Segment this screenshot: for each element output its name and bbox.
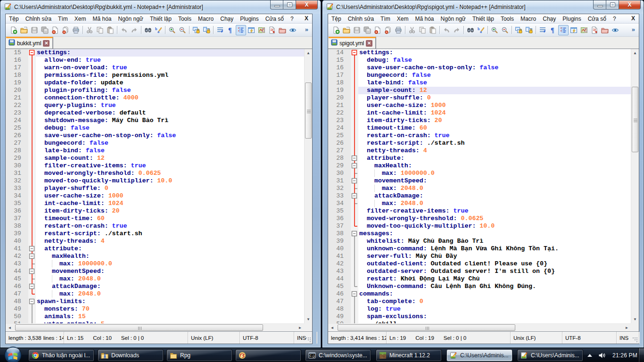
scroll-up-arrow[interactable]: ▲ xyxy=(305,49,312,57)
fold-margin[interactable] xyxy=(351,49,358,323)
menu-close-button[interactable]: X xyxy=(303,14,310,24)
menu-item-12[interactable]: ? xyxy=(610,14,619,24)
toolbar-word-wrap-button[interactable] xyxy=(537,25,548,35)
scroll-up-arrow[interactable]: ▲ xyxy=(631,49,639,57)
editor-line[interactable]: max: 2048.0 xyxy=(358,200,631,207)
vertical-scroll-thumb[interactable] xyxy=(632,87,638,152)
menu-item-0[interactable]: Tệp xyxy=(328,14,345,24)
editor-line[interactable]: moved-wrongly-threshold: 0.0625 xyxy=(36,170,304,177)
editor-line[interactable]: moved-too-quickly-multiplier: 10.0 xyxy=(358,222,631,230)
editor-line[interactable]: maxHealth: xyxy=(358,162,631,170)
editor-line[interactable]: moved-wrongly-threshold: 0.0625 xyxy=(358,215,631,222)
editor-line[interactable]: outdated-client: Outdated client! Please… xyxy=(358,260,631,268)
toolbar-redo-button[interactable] xyxy=(452,25,462,35)
editor-line[interactable]: tab-complete: 0 xyxy=(358,298,631,305)
resize-grip[interactable] xyxy=(632,337,638,343)
toolbar-copy-button[interactable] xyxy=(417,25,428,35)
editor-line[interactable]: item-dirty-ticks: 20 xyxy=(36,207,304,215)
editor-line[interactable]: netty-threads: 4 xyxy=(358,147,631,155)
text-area[interactable]: settings: debug: false save-user-cache-o… xyxy=(358,49,631,323)
taskbar-button-downloads[interactable]: Downloads xyxy=(98,349,164,362)
toolbar-close-all-docs-button[interactable] xyxy=(60,25,71,35)
menu-item-8[interactable]: Macro xyxy=(517,14,539,24)
toolbar-new-file-button[interactable] xyxy=(8,25,19,35)
taskbar-button-rpg[interactable]: Rpg xyxy=(166,349,232,362)
editor-line[interactable]: commands: xyxy=(358,290,631,298)
editor-line[interactable]: server-full: Máy Chủ Đầy xyxy=(358,253,631,260)
toolbar-overflow-chevron[interactable]: » xyxy=(632,26,635,33)
menu-item-2[interactable]: Tìm xyxy=(55,14,71,24)
toolbar-user-dialog-button[interactable] xyxy=(569,25,579,35)
menu-item-1[interactable]: Chỉnh sửa xyxy=(345,14,377,24)
editor-line[interactable]: spam-exclusions: xyxy=(358,313,631,321)
maximize-button[interactable] xyxy=(606,0,619,9)
toolbar-sync-vertical-button[interactable] xyxy=(513,25,524,35)
menu-item-3[interactable]: Xem xyxy=(394,14,412,24)
toolbar-zoom-out-button[interactable] xyxy=(177,25,188,35)
toolbar-indent-guide-button[interactable] xyxy=(558,25,569,35)
editor-line[interactable]: restart-on-crash: true xyxy=(358,132,631,140)
horizontal-scrollbar[interactable]: ◄ ► xyxy=(6,323,312,331)
toolbar-cut-button[interactable] xyxy=(407,25,417,35)
toolbar-zoom-in-button[interactable] xyxy=(167,25,177,35)
toolbar-undo-button[interactable] xyxy=(441,25,452,35)
toolbar-open-folder-button[interactable] xyxy=(19,25,29,35)
editor-line[interactable]: restart: Khởi Động Lại Máy Chủ xyxy=(358,275,631,283)
toolbar-function-list-button[interactable] xyxy=(267,25,277,35)
editor-line[interactable]: whitelist: Máy Chủ Đang Bảo Trì xyxy=(358,238,631,245)
taskbar-button-c-users-adminis[interactable]: C:\Users\Adminis... xyxy=(517,349,583,362)
taskbar-button-th-o-lu-n-ngo-i-l[interactable]: Thảo luận ngoài l... xyxy=(28,349,94,362)
tab-close-icon[interactable]: ✕ xyxy=(366,40,372,47)
toolbar-sync-vertical-button[interactable] xyxy=(191,25,201,35)
toolbar-zoom-in-button[interactable] xyxy=(489,25,500,35)
vertical-scrollbar[interactable]: ▲ ▼ xyxy=(304,49,312,323)
editor-line[interactable]: attackDamage: xyxy=(358,192,631,200)
editor-line[interactable]: netty-threads: 4 xyxy=(36,238,304,245)
toolbar-paste-button[interactable] xyxy=(105,25,116,35)
menu-item-1[interactable]: Chỉnh sửa xyxy=(22,14,55,24)
editor-line[interactable]: animals: 15 xyxy=(36,313,304,321)
minimize-button[interactable] xyxy=(270,0,283,9)
editor-line[interactable]: bungeecord: false xyxy=(358,72,631,79)
editor-line-current[interactable]: sample-count: 12 xyxy=(358,87,631,94)
editor-line[interactable]: messages: xyxy=(358,230,631,238)
editor-line-current[interactable]: settings: xyxy=(36,49,304,57)
editor-line[interactable]: attackDamage: xyxy=(36,283,304,290)
editor-line[interactable]: user-cache-size: 1000 xyxy=(358,102,631,109)
menu-item-10[interactable]: Plugins xyxy=(237,14,262,24)
editor-line[interactable]: attribute: xyxy=(36,245,304,253)
fold-margin[interactable] xyxy=(28,49,36,323)
taskbar-button-gold-badge[interactable] xyxy=(235,349,301,362)
editor-line[interactable]: settings: xyxy=(358,49,631,57)
editor-line[interactable]: max: 2048.0 xyxy=(36,290,304,298)
title-bar[interactable]: C:\Users\Administrator\Desktop\Rpg\bukki… xyxy=(0,0,321,14)
editor-line[interactable]: filter-creative-items: true xyxy=(358,207,631,215)
editor-line[interactable]: sample-count: 12 xyxy=(36,155,304,162)
menu-item-11[interactable]: Cửa sổ xyxy=(262,14,287,24)
editor-line[interactable]: allow-end: true xyxy=(36,57,304,64)
document-tab[interactable]: bukkit.yml ✕ xyxy=(6,37,53,49)
editor-line[interactable]: late-bind: false xyxy=(358,79,631,87)
editor-line[interactable]: query-plugins: true xyxy=(36,102,304,109)
editor-line[interactable]: connection-throttle: 4000 xyxy=(36,94,304,102)
taskbar-button-c-windows-syste[interactable]: C:\C:\windows\syste... xyxy=(305,349,371,362)
tray-expand-icon[interactable] xyxy=(587,354,592,357)
close-button[interactable]: X xyxy=(296,0,318,9)
editor-line[interactable]: monsters: 70 xyxy=(36,305,304,313)
editor-line[interactable]: warn-on-overload: true xyxy=(36,64,304,72)
horizontal-scroll-thumb[interactable] xyxy=(338,324,515,331)
toolbar-function-list-button[interactable] xyxy=(589,25,600,35)
taskbar-button-c-users-adminis[interactable]: C:\Users\Adminis... xyxy=(446,349,512,362)
minimize-button[interactable] xyxy=(593,0,606,9)
editor-line[interactable]: debug: false xyxy=(36,124,304,132)
editor-line[interactable]: int-cache-limit: 1024 xyxy=(36,200,304,207)
volume-icon[interactable] xyxy=(598,352,606,359)
toolbar-overflow-chevron[interactable]: » xyxy=(305,26,308,33)
menu-item-5[interactable]: Ngôn ngữ xyxy=(437,14,469,24)
taskbar-clock[interactable]: 21:26 PM xyxy=(612,352,637,359)
toolbar-cut-button[interactable] xyxy=(84,25,95,35)
editor-line[interactable]: spawn-limits: xyxy=(36,298,304,305)
toolbar-find-button[interactable] xyxy=(143,25,153,35)
menu-item-8[interactable]: Macro xyxy=(195,14,217,24)
editor-line[interactable]: player-shuffle: 0 xyxy=(36,185,304,192)
